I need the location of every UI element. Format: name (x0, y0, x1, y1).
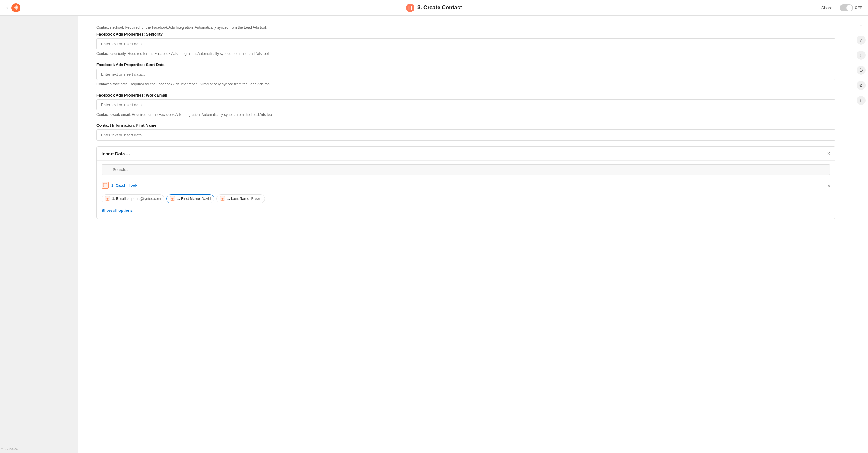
header-left: ‹ ✳ (6, 3, 21, 12)
search-container: 🔍 (97, 161, 835, 178)
field-work-email-description: Contact's work email. Required for the F… (96, 112, 835, 117)
field-seniority: Facebook Ads Properties: Seniority Conta… (96, 32, 835, 56)
right-sidebar: ≡ ? ! ⏱ ⚙ ℹ (854, 16, 868, 453)
insert-data-panel: Insert Data ... × 🔍 (96, 146, 835, 219)
insert-data-title: Insert Data ... (101, 151, 130, 156)
toggle-switch[interactable]: OFF (840, 4, 862, 11)
menu-icon[interactable]: ≡ (857, 21, 866, 30)
field-start-date-label: Facebook Ads Properties: Start Date (96, 62, 835, 67)
app-header: ‹ ✳ 3. Create Contact Share OFF (0, 0, 868, 16)
field-start-date-description: Contact's start date. Required for the F… (96, 82, 835, 87)
header-center: 3. Create Contact (406, 4, 462, 12)
catch-hook-header: 1. Catch Hook ∧ (101, 178, 830, 192)
share-button[interactable]: Share (818, 4, 836, 12)
item-icon (220, 196, 225, 201)
clock-icon[interactable]: ⏱ (857, 66, 866, 75)
toggle-track[interactable] (840, 4, 853, 11)
chevron-up-icon[interactable]: ∧ (827, 183, 830, 188)
item-value: support@tyntec.com (127, 197, 161, 201)
show-all-options-link[interactable]: Show all options (101, 206, 830, 214)
field-seniority-label: Facebook Ads Properties: Seniority (96, 32, 835, 36)
item-name: 1. Last Name (227, 197, 249, 201)
alert-icon[interactable]: ! (857, 51, 866, 60)
item-name: 1. First Name (177, 197, 199, 201)
toggle-thumb (846, 5, 852, 11)
item-value: David (202, 197, 211, 201)
back-button[interactable]: ‹ (6, 4, 8, 11)
insert-data-header: Insert Data ... × (97, 147, 835, 161)
item-icon (170, 196, 175, 201)
toggle-label: OFF (855, 6, 862, 10)
gear-icon[interactable]: ⚙ (857, 81, 866, 90)
item-name: 1. Email (112, 197, 126, 201)
list-item[interactable]: 1. First Name David (166, 194, 214, 203)
catch-hook-left: 1. Catch Hook (101, 181, 137, 189)
app-logo: ✳ (11, 3, 21, 12)
form-section: Contact's school. Required for the Faceb… (96, 16, 835, 225)
item-icon (105, 196, 110, 201)
left-sidebar (0, 16, 79, 453)
top-description: Contact's school. Required for the Faceb… (96, 22, 835, 32)
field-start-date-input[interactable] (96, 69, 835, 80)
field-work-email-label: Facebook Ads Properties: Work Email (96, 93, 835, 97)
item-value: Brown (251, 197, 261, 201)
list-item[interactable]: 1. Email support@tyntec.com (101, 194, 164, 203)
insert-data-close-button[interactable]: × (827, 151, 830, 156)
header-right: Share OFF (818, 4, 862, 12)
field-start-date: Facebook Ads Properties: Start Date Cont… (96, 62, 835, 87)
field-work-email: Facebook Ads Properties: Work Email Cont… (96, 93, 835, 117)
main-content: Contact's school. Required for the Faceb… (79, 16, 854, 453)
data-list: 1. Catch Hook ∧ 1. Email (97, 178, 835, 219)
hook-svg-icon (103, 183, 107, 187)
list-item[interactable]: 1. Last Name Brown (216, 194, 265, 203)
field-first-name-label: Contact Information: First Name (96, 123, 835, 128)
info-icon[interactable]: ℹ (857, 96, 866, 105)
hubspot-icon (406, 4, 414, 12)
field-seniority-input[interactable] (96, 38, 835, 50)
field-seniority-description: Contact's seniority. Required for the Fa… (96, 51, 835, 56)
data-items: 1. Email support@tyntec.com 1. First Nam… (101, 192, 830, 206)
search-wrapper: 🔍 (101, 164, 830, 175)
catch-hook-label[interactable]: 1. Catch Hook (111, 183, 137, 188)
field-first-name: Contact Information: First Name (96, 123, 835, 141)
search-input[interactable] (101, 164, 830, 175)
page-title: 3. Create Contact (417, 4, 462, 11)
version-label: ver. 3f50288e (1, 447, 20, 451)
help-icon[interactable]: ? (857, 36, 866, 45)
field-first-name-input[interactable] (96, 130, 835, 141)
catch-hook-icon (101, 181, 109, 189)
field-work-email-input[interactable] (96, 99, 835, 110)
